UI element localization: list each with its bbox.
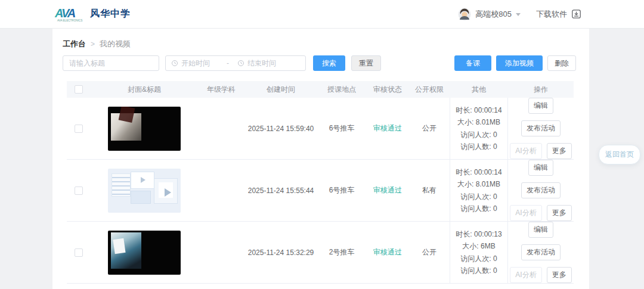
download-software-button[interactable]: 下载软件 [536,9,581,20]
search-button[interactable]: 搜索 [313,55,345,71]
download-icon [571,9,581,19]
prepare-lesson-button[interactable]: 备课 [454,55,491,71]
status-badge[interactable]: 审核通过 [373,248,402,256]
breadcrumb: 工作台 > 我的视频 [52,29,589,50]
visibility-cell: 公开 [409,123,450,133]
location-cell: 2号推车 [317,247,366,257]
table-header: 封面&标题 年级学科 创建时间 授课地点 审核状态 公开权限 其他 操作 [67,81,574,98]
back-home-button[interactable]: 返回首页 [599,145,640,164]
header-cover-title: 封面&标题 [91,85,198,95]
filter-bar: 开始时间 - 结束时间 搜索 重置 备课 添加视频 删除 [52,55,589,71]
main-content: 工作台 > 我的视频 开始时间 - 结束时间 搜索 重置 备课 添加 [52,29,589,289]
visitors-text: 访问人数: 0 [450,141,507,153]
breadcrumb-workbench[interactable]: 工作台 [63,39,86,49]
visits-text: 访问人次: 0 [450,253,507,265]
svg-text:AVA: AVA [54,7,75,20]
download-label: 下载软件 [536,9,567,20]
publish-activity-button[interactable]: 发布活动 [521,120,561,136]
visitors-text: 访问人数: 0 [450,203,507,215]
edit-button[interactable]: 编辑 [528,98,553,114]
header-grade-subject: 年级学科 [198,85,244,95]
brand-logo-icon: AVA AVA ELECTRONICS [54,5,85,23]
reset-button[interactable]: 重置 [351,55,381,71]
thumbnail-image [111,232,141,269]
status-badge[interactable]: 审核通过 [373,124,402,132]
size-text: 大小: 8.01MB [450,178,507,190]
header-created-time: 创建时间 [244,85,317,95]
row-actions: 编辑 发布活动 AI分析 更多 [508,222,574,283]
more-button[interactable]: 更多 [547,143,572,159]
breadcrumb-my-videos: 我的视频 [100,39,131,49]
ai-analysis-button[interactable]: AI分析 [510,205,541,221]
ai-analysis-button[interactable]: AI分析 [510,143,541,159]
header-visibility: 公开权限 [409,85,450,95]
created-cell: 2025-11-24 15:55:44 [244,187,317,195]
duration-text: 时长: 00:00:14 [450,104,507,116]
title-search-input[interactable] [63,55,159,71]
row-actions: 编辑 发布活动 AI分析 更多 [508,98,574,159]
user-name: 高端校805 [475,9,512,20]
row-checkbox[interactable] [75,125,83,133]
header-other: 其他 [450,85,508,95]
video-thumbnail[interactable] [108,107,181,151]
duration-text: 时长: 00:00:13 [450,228,507,240]
row-checkbox[interactable] [75,248,83,257]
school-name: 风华中学 [90,8,131,20]
visibility-cell: 私有 [409,185,450,195]
other-cell: 时长: 00:00:14 大小: 8.01MB 访问人次: 0 访问人数: 0 [450,160,508,221]
visits-text: 访问人次: 0 [450,129,507,141]
visits-text: 访问人次: 0 [450,191,507,203]
thumbnail-image [111,113,141,141]
breadcrumb-separator: > [91,40,95,48]
user-menu[interactable]: 高端校805 [458,8,521,21]
illustration-player-card [154,178,178,204]
more-button[interactable]: 更多 [547,205,572,221]
location-cell: 6号推车 [317,123,366,133]
table-row: 2025-11-24 15:55:44 6号推车 审核通过 私有 时长: 00:… [67,160,574,222]
date-range-picker[interactable]: 开始时间 - 结束时间 [165,55,306,71]
avatar [458,8,471,21]
select-all-checkbox[interactable] [75,85,83,94]
publish-activity-button[interactable]: 发布活动 [521,244,561,260]
screen: AVA AVA ELECTRONICS 风华中学 高端校805 下载软件 [0,0,644,289]
row-actions: 编辑 发布活动 AI分析 更多 [508,160,574,221]
range-separator: - [227,59,229,67]
ai-analysis-button[interactable]: AI分析 [510,267,541,283]
top-bar: AVA AVA ELECTRONICS 风华中学 高端校805 下载软件 [0,0,644,29]
edit-button[interactable]: 编辑 [528,160,553,176]
table-row: 2025-11-24 15:59:40 6号推车 审核通过 公开 时长: 00:… [67,98,574,160]
end-time-placeholder: 结束时间 [247,58,276,69]
add-video-button[interactable]: 添加视频 [496,55,543,71]
header-location: 授课地点 [317,85,366,95]
visibility-cell: 公开 [409,247,450,257]
clock-icon [237,60,244,67]
clock-icon [171,60,178,67]
video-thumbnail[interactable] [108,169,181,213]
size-text: 大小: 6MB [450,240,507,252]
created-cell: 2025-11-24 15:59:40 [244,125,317,133]
delete-button[interactable]: 删除 [547,55,576,71]
duration-text: 时长: 00:00:14 [450,166,507,178]
other-cell: 时长: 00:00:13 大小: 6MB 访问人次: 0 访问人数: 0 [450,222,508,283]
status-badge[interactable]: 审核通过 [373,186,402,194]
publish-activity-button[interactable]: 发布活动 [521,182,561,198]
start-time-placeholder: 开始时间 [181,58,210,69]
video-thumbnail[interactable] [108,231,181,275]
toolbar-right-actions: 备课 添加视频 删除 [454,55,576,71]
location-cell: 6号推车 [317,185,366,195]
other-cell: 时长: 00:00:14 大小: 8.01MB 访问人次: 0 访问人数: 0 [450,98,508,159]
edit-button[interactable]: 编辑 [528,222,553,238]
illustration-video-card [131,172,154,188]
row-checkbox[interactable] [75,187,83,195]
svg-text:AVA ELECTRONICS: AVA ELECTRONICS [57,19,82,22]
illustration-person [124,181,130,207]
videos-table: 封面&标题 年级学科 创建时间 授课地点 审核状态 公开权限 其他 操作 202… [67,81,574,284]
chevron-down-icon [516,13,521,16]
illustration-card [131,191,151,204]
visitors-text: 访问人数: 0 [450,265,507,276]
header-review-status: 审核状态 [366,85,409,95]
created-cell: 2025-11-24 15:32:29 [244,248,317,257]
logo[interactable]: AVA AVA ELECTRONICS 风华中学 [54,5,131,23]
more-button[interactable]: 更多 [547,267,572,283]
topbar-right: 高端校805 下载软件 [458,8,581,21]
